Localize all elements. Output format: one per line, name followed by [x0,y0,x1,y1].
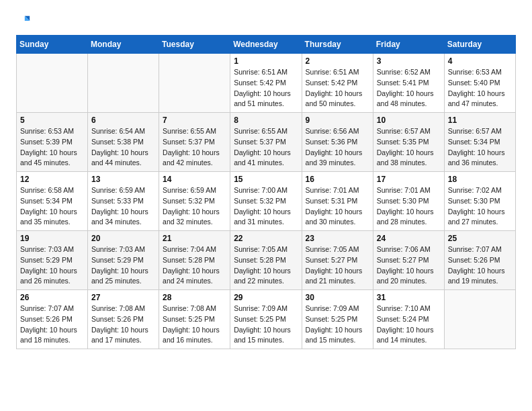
calendar-cell: 22Sunrise: 7:05 AM Sunset: 5:28 PM Dayli… [230,231,302,290]
calendar-cell: 10Sunrise: 6:57 AM Sunset: 5:35 PM Dayli… [373,113,444,172]
logo [16,13,31,28]
calendar-cell: 21Sunrise: 7:04 AM Sunset: 5:28 PM Dayli… [159,231,230,290]
weekday-header: Saturday [444,36,515,54]
day-number: 31 [377,293,441,302]
header [16,13,516,28]
day-detail: Sunrise: 7:06 AM Sunset: 5:27 PM Dayligh… [377,244,441,287]
day-number: 29 [234,293,298,302]
calendar-cell: 28Sunrise: 7:08 AM Sunset: 5:25 PM Dayli… [159,290,230,349]
calendar-cell: 16Sunrise: 7:01 AM Sunset: 5:31 PM Dayli… [302,172,373,231]
day-number: 3 [377,56,441,66]
day-number: 22 [234,234,298,243]
day-number: 30 [306,293,369,302]
day-detail: Sunrise: 6:55 AM Sunset: 5:37 PM Dayligh… [234,126,298,169]
weekday-header: Friday [373,36,444,54]
calendar-cell: 24Sunrise: 7:06 AM Sunset: 5:27 PM Dayli… [373,231,444,290]
day-detail: Sunrise: 7:09 AM Sunset: 5:25 PM Dayligh… [306,304,369,346]
day-number: 4 [448,56,512,66]
calendar-body: 1Sunrise: 6:51 AM Sunset: 5:42 PM Daylig… [17,54,516,349]
calendar-cell: 2Sunrise: 6:51 AM Sunset: 5:42 PM Daylig… [302,54,373,113]
weekday-header: Monday [88,36,159,54]
day-detail: Sunrise: 6:57 AM Sunset: 5:35 PM Dayligh… [377,126,441,169]
calendar-cell [88,54,159,113]
day-number: 11 [448,116,512,125]
day-detail: Sunrise: 7:00 AM Sunset: 5:32 PM Dayligh… [234,185,298,228]
day-number: 21 [163,234,226,243]
day-number: 27 [91,293,155,302]
day-number: 23 [306,234,369,243]
day-number: 15 [234,175,298,184]
calendar-cell: 14Sunrise: 6:59 AM Sunset: 5:32 PM Dayli… [159,172,230,231]
calendar-cell: 17Sunrise: 7:01 AM Sunset: 5:30 PM Dayli… [373,172,444,231]
day-detail: Sunrise: 6:59 AM Sunset: 5:32 PM Dayligh… [163,185,226,228]
day-number: 10 [377,116,441,125]
weekday-header: Sunday [17,36,88,54]
weekday-header: Tuesday [159,36,230,54]
day-detail: Sunrise: 6:56 AM Sunset: 5:36 PM Dayligh… [306,126,369,169]
calendar-week-row: 12Sunrise: 6:58 AM Sunset: 5:34 PM Dayli… [17,172,516,231]
calendar-cell: 26Sunrise: 7:07 AM Sunset: 5:26 PM Dayli… [17,290,88,349]
calendar-cell: 4Sunrise: 6:53 AM Sunset: 5:40 PM Daylig… [444,54,515,113]
day-number: 17 [377,175,441,184]
weekday-header: Wednesday [230,36,302,54]
calendar-cell: 31Sunrise: 7:10 AM Sunset: 5:24 PM Dayli… [373,290,444,349]
day-detail: Sunrise: 7:10 AM Sunset: 5:24 PM Dayligh… [377,304,441,346]
day-detail: Sunrise: 7:03 AM Sunset: 5:29 PM Dayligh… [91,244,155,287]
calendar-cell: 18Sunrise: 7:02 AM Sunset: 5:30 PM Dayli… [444,172,515,231]
calendar-cell: 20Sunrise: 7:03 AM Sunset: 5:29 PM Dayli… [88,231,159,290]
calendar-table: SundayMondayTuesdayWednesdayThursdayFrid… [16,35,516,349]
day-number: 20 [91,234,155,243]
day-detail: Sunrise: 6:52 AM Sunset: 5:41 PM Dayligh… [377,67,441,109]
calendar-cell: 1Sunrise: 6:51 AM Sunset: 5:42 PM Daylig… [230,54,302,113]
calendar-cell: 8Sunrise: 6:55 AM Sunset: 5:37 PM Daylig… [230,113,302,172]
calendar-cell: 23Sunrise: 7:05 AM Sunset: 5:27 PM Dayli… [302,231,373,290]
calendar-cell [159,54,230,113]
day-detail: Sunrise: 7:08 AM Sunset: 5:26 PM Dayligh… [91,304,155,346]
day-detail: Sunrise: 6:59 AM Sunset: 5:33 PM Dayligh… [91,185,155,228]
day-number: 18 [448,175,512,184]
calendar-cell: 5Sunrise: 6:53 AM Sunset: 5:39 PM Daylig… [17,113,88,172]
day-detail: Sunrise: 6:53 AM Sunset: 5:40 PM Dayligh… [448,67,512,109]
calendar-cell: 7Sunrise: 6:55 AM Sunset: 5:37 PM Daylig… [159,113,230,172]
day-detail: Sunrise: 7:07 AM Sunset: 5:26 PM Dayligh… [20,304,84,346]
logo-icon [16,13,31,28]
day-detail: Sunrise: 6:54 AM Sunset: 5:38 PM Dayligh… [91,126,155,169]
calendar-cell: 19Sunrise: 7:03 AM Sunset: 5:29 PM Dayli… [17,231,88,290]
day-number: 24 [377,234,441,243]
calendar-cell: 6Sunrise: 6:54 AM Sunset: 5:38 PM Daylig… [88,113,159,172]
day-number: 19 [20,234,84,243]
day-number: 28 [163,293,226,302]
day-detail: Sunrise: 7:05 AM Sunset: 5:27 PM Dayligh… [306,244,369,287]
weekday-header: Thursday [302,36,373,54]
calendar-cell: 11Sunrise: 6:57 AM Sunset: 5:34 PM Dayli… [444,113,515,172]
day-detail: Sunrise: 6:51 AM Sunset: 5:42 PM Dayligh… [306,67,369,109]
calendar-cell: 3Sunrise: 6:52 AM Sunset: 5:41 PM Daylig… [373,54,444,113]
day-detail: Sunrise: 6:55 AM Sunset: 5:37 PM Dayligh… [163,126,226,169]
calendar-week-row: 5Sunrise: 6:53 AM Sunset: 5:39 PM Daylig… [17,113,516,172]
calendar-cell: 9Sunrise: 6:56 AM Sunset: 5:36 PM Daylig… [302,113,373,172]
day-detail: Sunrise: 7:02 AM Sunset: 5:30 PM Dayligh… [448,185,512,228]
day-detail: Sunrise: 7:03 AM Sunset: 5:29 PM Dayligh… [20,244,84,287]
day-number: 13 [91,175,155,184]
day-number: 12 [20,175,84,184]
day-number: 1 [234,56,298,66]
day-detail: Sunrise: 7:01 AM Sunset: 5:30 PM Dayligh… [377,185,441,228]
day-number: 7 [163,116,226,125]
day-detail: Sunrise: 7:04 AM Sunset: 5:28 PM Dayligh… [163,244,226,287]
calendar-cell: 25Sunrise: 7:07 AM Sunset: 5:26 PM Dayli… [444,231,515,290]
calendar-week-row: 26Sunrise: 7:07 AM Sunset: 5:26 PM Dayli… [17,290,516,349]
calendar-cell: 15Sunrise: 7:00 AM Sunset: 5:32 PM Dayli… [230,172,302,231]
day-number: 8 [234,116,298,125]
calendar-header-row: SundayMondayTuesdayWednesdayThursdayFrid… [17,36,516,54]
day-detail: Sunrise: 7:01 AM Sunset: 5:31 PM Dayligh… [306,185,369,228]
calendar-cell: 12Sunrise: 6:58 AM Sunset: 5:34 PM Dayli… [17,172,88,231]
day-number: 9 [306,116,369,125]
day-detail: Sunrise: 7:09 AM Sunset: 5:25 PM Dayligh… [234,304,298,346]
calendar-cell [444,290,515,349]
day-number: 25 [448,234,512,243]
calendar-cell: 27Sunrise: 7:08 AM Sunset: 5:26 PM Dayli… [88,290,159,349]
calendar-cell [17,54,88,113]
day-detail: Sunrise: 6:57 AM Sunset: 5:34 PM Dayligh… [448,126,512,169]
day-detail: Sunrise: 6:53 AM Sunset: 5:39 PM Dayligh… [20,126,84,169]
day-number: 16 [306,175,369,184]
